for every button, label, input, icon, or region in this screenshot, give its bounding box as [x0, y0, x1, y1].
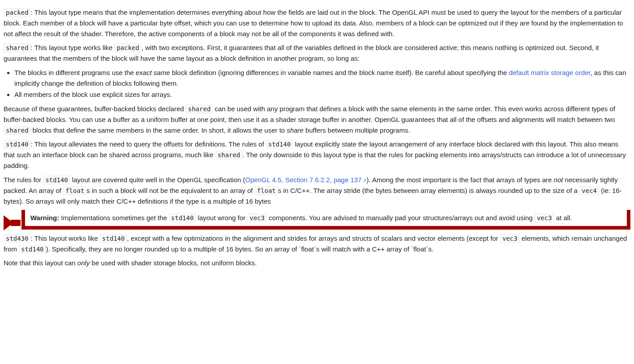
code-std140: std140 — [19, 245, 46, 254]
link-matrix-storage-order[interactable]: default matrix storage order — [509, 69, 591, 76]
text: : This layout type works like — [31, 44, 114, 51]
text: : This layout works like — [31, 234, 100, 242]
code-shared: shared — [186, 105, 213, 113]
emphasis: share — [287, 126, 304, 134]
code-float: float — [63, 186, 86, 195]
term-shared: shared — [4, 43, 31, 52]
text: s in C/C++. The array stride (the bytes … — [278, 187, 579, 194]
text: The rules for — [4, 176, 43, 184]
paragraph-shared: shared: This layout type works like pack… — [4, 42, 630, 64]
text: s in such a block will not be the equiva… — [87, 187, 255, 194]
link-text: OpenGL 4.5, Section 7.6.2.2, page 137 — [245, 176, 361, 184]
text: layout wrong for — [196, 214, 247, 222]
code-vec3: vec3 — [500, 234, 520, 243]
text: Implementations sometimes get the — [59, 214, 169, 222]
warning-box: Warning: Implementations sometimes get t… — [21, 210, 630, 230]
svg-rect-1 — [11, 220, 21, 226]
term-packed: packed — [4, 8, 31, 17]
code-vec3: vec3 — [535, 213, 554, 222]
list-item: The blocks in different programs use the… — [14, 67, 630, 89]
paragraph-std430: std430: This layout works like std140, e… — [4, 233, 630, 255]
emphasis: only — [77, 259, 90, 267]
code-shared: shared — [216, 151, 243, 159]
text: components. You are advised to manually … — [267, 214, 535, 222]
code-vec4: vec4 — [579, 186, 599, 195]
warning-label: Warning: — [30, 214, 59, 222]
emphasis: exact same — [136, 69, 170, 76]
list-item: All members of the block use explicit si… — [14, 89, 630, 100]
text: blocks that define the same members in t… — [31, 126, 287, 134]
emphasis: not — [554, 176, 563, 184]
text: buffers between multiple programs. — [304, 126, 410, 134]
text: block definition (ignoring differences i… — [170, 69, 509, 76]
text: , except with a few optimizations in the… — [127, 234, 500, 242]
paragraph-rules: The rules for std140 layout are covered … — [4, 175, 630, 207]
shared-conditions-list: The blocks in different programs use the… — [14, 67, 630, 100]
text: Because of these guarantees, buffer-back… — [4, 105, 186, 113]
code-std140: std140 — [100, 234, 127, 243]
text: The blocks in different programs use the — [14, 69, 136, 76]
text: be used with shader storage blocks, not … — [90, 259, 257, 267]
term-std140: std140 — [4, 140, 31, 149]
text: layout are covered quite well in the Ope… — [70, 176, 245, 184]
paragraph-note: Note that this layout can only be used w… — [4, 258, 630, 268]
text: ). Among the most important is the fact … — [367, 176, 554, 184]
code-packed: packed — [114, 43, 142, 52]
text: at all. — [554, 214, 572, 222]
warning-arrow-icon — [4, 215, 21, 230]
link-opengl-spec[interactable]: OpenGL 4.5, Section 7.6.2.2, page 137↗ — [245, 176, 366, 184]
paragraph-because: Because of these guarantees, buffer-back… — [4, 104, 630, 136]
text: ). Specifically, they are no longer roun… — [46, 245, 434, 253]
code-std140: std140 — [43, 176, 70, 184]
text: Note that this layout can — [4, 259, 77, 267]
text: : This layout alleviates the need to que… — [31, 140, 266, 148]
text: : This layout type means that the implem… — [4, 8, 623, 38]
code-shared: shared — [4, 126, 31, 135]
code-vec3: vec3 — [247, 213, 267, 222]
external-link-icon: ↗ — [363, 178, 367, 183]
term-std430: std430 — [4, 234, 31, 243]
code-std140: std140 — [266, 140, 293, 149]
paragraph-std140: std140: This layout alleviates the need … — [4, 139, 630, 171]
paragraph-packed: packed: This layout type means that the … — [4, 7, 630, 39]
code-std140: std140 — [169, 213, 196, 222]
code-float: float — [255, 186, 278, 195]
